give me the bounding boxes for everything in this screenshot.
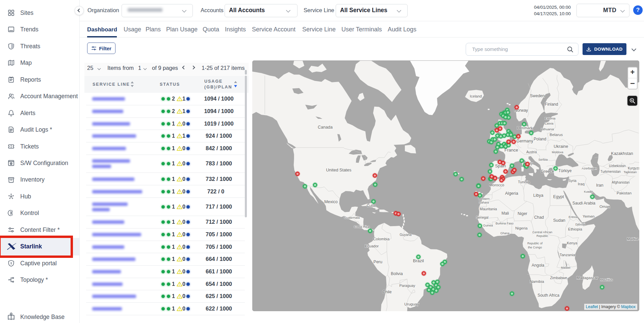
svg-text:Mexico: Mexico	[324, 199, 338, 204]
svg-text:Nigeria: Nigeria	[515, 226, 528, 230]
svg-text:Niger: Niger	[518, 211, 527, 216]
svg-text:Lithuania: Lithuania	[541, 127, 554, 131]
svg-text:Mauritania: Mauritania	[480, 207, 497, 211]
svg-text:Sweden: Sweden	[530, 93, 544, 98]
svg-text:Guyana: Guyana	[400, 233, 411, 237]
svg-text:Uruguay: Uruguay	[404, 302, 419, 306]
svg-text:Latvia: Latvia	[545, 122, 553, 125]
svg-text:Estonia: Estonia	[545, 116, 556, 120]
svg-text:Djibouti: Djibouti	[575, 223, 585, 226]
svg-text:Iraq: Iraq	[578, 182, 585, 186]
svg-text:Iran: Iran	[596, 183, 603, 188]
svg-text:Ghana: Ghana	[500, 232, 509, 235]
svg-text:South Africa: South Africa	[538, 293, 560, 298]
svg-text:Colombia: Colombia	[373, 237, 390, 241]
svg-text:Madagascar: Madagascar	[576, 276, 598, 280]
svg-text:Costa Rica: Costa Rica	[354, 225, 370, 228]
svg-text:Sahara: Sahara	[479, 201, 489, 204]
svg-text:Pakistan: Pakistan	[617, 191, 632, 195]
svg-text:Ecuador: Ecuador	[365, 244, 379, 248]
svg-text:Maldive: Maldive	[627, 237, 639, 241]
svg-text:Peru: Peru	[373, 260, 382, 264]
svg-text:Sudan: Sudan	[553, 218, 565, 223]
svg-text:Afghanistan: Afghanistan	[612, 181, 630, 184]
svg-text:Paraguay: Paraguay	[399, 284, 415, 288]
svg-text:Azerbaijan: Azerbaijan	[582, 166, 597, 170]
svg-text:Tunisia: Tunisia	[518, 180, 530, 184]
svg-text:Germany: Germany	[516, 139, 533, 143]
svg-text:Kuwait: Kuwait	[584, 190, 593, 193]
svg-text:Guatemala: Guatemala	[344, 216, 360, 219]
svg-text:Guinea: Guinea	[483, 224, 493, 227]
svg-text:Türkiye: Türkiye	[558, 168, 572, 173]
svg-text:Turkmenistan: Turkmenistan	[600, 170, 621, 173]
svg-text:Eritrea: Eritrea	[569, 215, 578, 219]
svg-text:Namibia: Namibia	[530, 279, 544, 284]
svg-text:Tanzania: Tanzania	[560, 253, 575, 257]
svg-text:Kazakhstan: Kazakhstan	[611, 151, 633, 156]
svg-text:Burkina Faso: Burkina Faso	[495, 222, 513, 225]
svg-text:Kyrgyzs: Kyrgyzs	[628, 166, 639, 170]
svg-text:Central African: Central African	[532, 231, 552, 234]
svg-text:United States: United States	[326, 168, 351, 172]
svg-text:Zimbabwe: Zimbabwe	[550, 276, 567, 280]
svg-text:Angola: Angola	[532, 263, 544, 268]
svg-text:Canada: Canada	[318, 125, 333, 130]
svg-text:Saudi Arabia: Saudi Arabia	[572, 201, 595, 206]
svg-text:Libya: Libya	[533, 193, 543, 198]
svg-text:Republic: Republic	[536, 234, 548, 238]
svg-text:Moldova: Moldova	[552, 151, 563, 154]
svg-text:Chile: Chile	[382, 290, 392, 294]
svg-text:Iceland: Iceland	[470, 94, 482, 98]
svg-text:Yemen: Yemen	[583, 214, 594, 218]
svg-text:Oman: Oman	[599, 205, 610, 209]
svg-text:Poland: Poland	[534, 137, 546, 141]
svg-text:Morocco: Morocco	[489, 183, 504, 187]
svg-text:Republic of: Republic of	[527, 242, 543, 245]
svg-text:Greece: Greece	[541, 169, 554, 174]
svg-text:the Congo: the Congo	[528, 246, 542, 249]
svg-text:Syria: Syria	[568, 179, 576, 183]
svg-text:Finland: Finland	[545, 102, 558, 107]
svg-text:Malawi: Malawi	[561, 266, 570, 269]
svg-text:Uzbekistan: Uzbekistan	[609, 164, 625, 168]
svg-text:Austria: Austria	[526, 150, 537, 154]
svg-text:Bolivia: Bolivia	[391, 271, 403, 276]
svg-text:Chad: Chad	[534, 215, 544, 220]
svg-text:Belarus: Belarus	[550, 133, 563, 137]
svg-text:Tajikistan: Tajikistan	[623, 170, 637, 174]
svg-text:Ukraine: Ukraine	[553, 144, 568, 149]
svg-text:Mauritius: Mauritius	[600, 278, 613, 281]
svg-text:Egypt: Egypt	[553, 194, 564, 199]
svg-text:Kenya: Kenya	[567, 241, 577, 245]
svg-text:Senegal: Senegal	[476, 216, 489, 219]
svg-text:Serbia: Serbia	[538, 158, 548, 161]
svg-text:Algeria: Algeria	[505, 191, 518, 196]
svg-text:Ethiopia: Ethiopia	[568, 227, 582, 231]
svg-text:Mali: Mali	[501, 211, 509, 216]
